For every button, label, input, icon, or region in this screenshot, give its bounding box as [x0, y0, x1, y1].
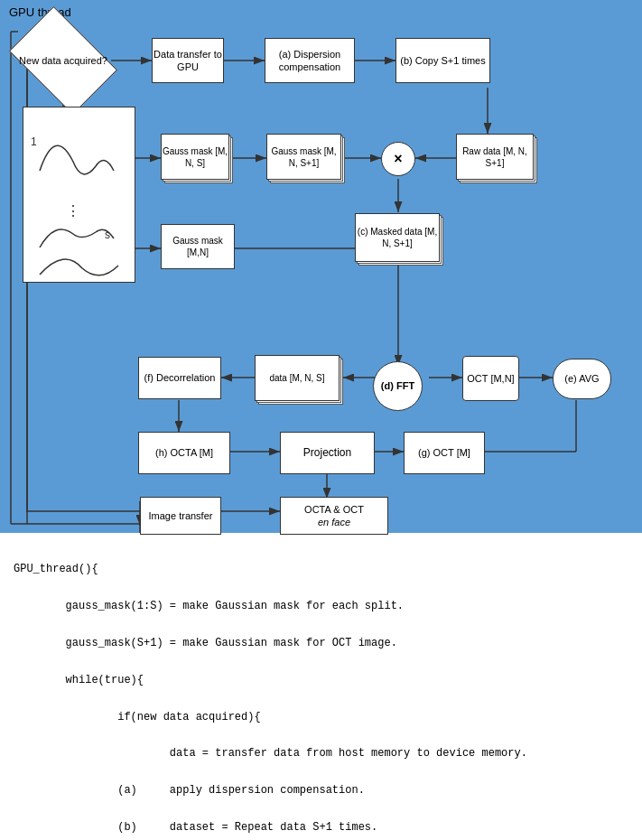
code-line-2: gauss_mask(S+1) = make Gaussian mask for… [14, 634, 628, 652]
diagram-container: GPU thread [0, 0, 642, 533]
raw-data: Raw data [M, N, S+1] [456, 134, 537, 183]
data-transfer-box: Data transfer to GPU [152, 38, 224, 83]
gauss-mask-mns1: Gauss mask [M, N, S+1] [266, 134, 345, 183]
code-section: GPU_thread(){ gauss_mask(1:S) = make Gau… [0, 533, 642, 840]
dispersion-box: (a) Dispersion compensation [265, 38, 355, 83]
code-line-5: data = transfer data from host memory to… [14, 744, 628, 762]
copy-s1-box: (b) Copy S+1 times [395, 38, 490, 83]
decorrelation-box: (f) Decorrelation [138, 357, 221, 399]
octa-m-box: (h) OCTA [M] [138, 432, 230, 474]
new-data-label: New data acquired? [18, 29, 108, 92]
svg-text:1: 1 [31, 135, 37, 148]
masked-data: (c) Masked data [M, N, S+1] [355, 213, 443, 266]
gauss-mask-mn: Gauss mask [M,N] [161, 224, 235, 269]
oct-m-box: (g) OCT [M] [404, 432, 485, 474]
data-mns: data [M, N, S] [255, 355, 343, 405]
code-line-0: GPU_thread(){ [14, 560, 628, 578]
gauss-mask-mns: Gauss mask [M, N, S] [161, 134, 233, 183]
octa-oct-enface-box: OCTA & OCTen face [280, 497, 388, 535]
code-line-7: (b) dataset = Repeat data S+1 times. [14, 818, 628, 836]
code-line-1: gauss_mask(1:S) = make Gaussian mask for… [14, 597, 628, 615]
fft-circle: (d) FFT [373, 361, 423, 411]
oct-mn-box: OCT [M,N] [462, 356, 519, 401]
code-line-6: (a) apply dispersion compensation. [14, 781, 628, 799]
multiply-circle: × [381, 142, 415, 176]
waveform-box: 1 ⋮ s [23, 107, 135, 283]
code-line-4: if(new data acquired){ [14, 708, 628, 726]
svg-text:⋮: ⋮ [66, 203, 80, 219]
avg-box: (e) AVG [553, 359, 611, 399]
image-transfer-box: Image transfer [140, 497, 221, 535]
projection-box: Projection [280, 432, 375, 474]
code-line-3: while(true){ [14, 671, 628, 689]
